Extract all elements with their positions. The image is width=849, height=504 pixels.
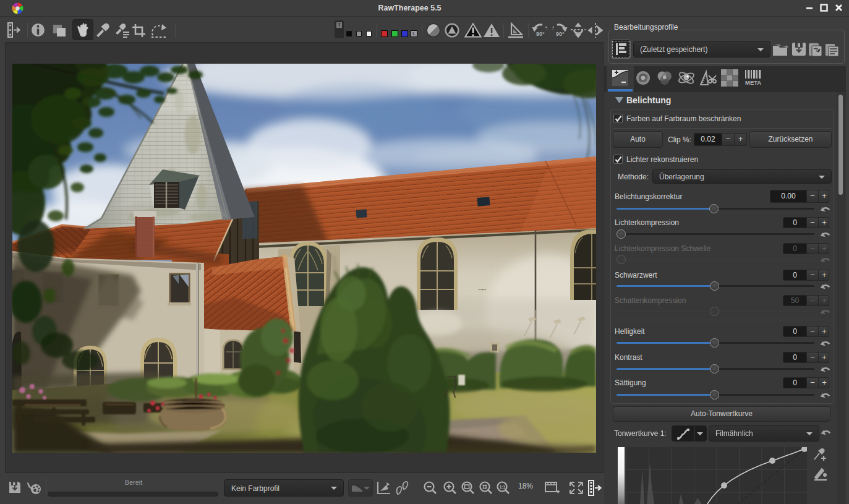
svg-text:1:1: 1:1 [499, 485, 505, 489]
svg-text:90°: 90° [556, 31, 565, 37]
svg-text:META: META [745, 79, 761, 86]
svg-text:90°: 90° [536, 31, 545, 37]
